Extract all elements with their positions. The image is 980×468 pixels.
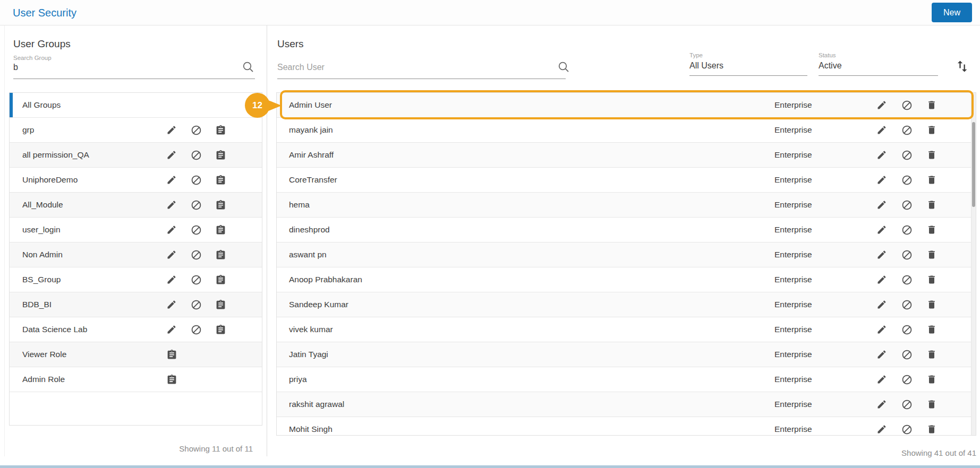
edit-user-button[interactable] — [876, 399, 887, 410]
block-group-button[interactable] — [191, 200, 201, 210]
user-row[interactable]: CoreTransfer Enterprise — [277, 168, 976, 193]
block-group-button[interactable] — [191, 125, 201, 135]
group-row[interactable]: All_Module — [10, 193, 262, 218]
user-row[interactable]: Sandeep Kumar Enterprise — [277, 292, 976, 317]
search-icon[interactable] — [557, 60, 570, 74]
delete-user-button[interactable] — [926, 249, 937, 260]
scrollbar-thumb[interactable] — [972, 122, 975, 207]
edit-group-button[interactable] — [166, 175, 177, 185]
search-icon[interactable] — [241, 60, 255, 74]
delete-user-button[interactable] — [926, 224, 937, 235]
block-user-button[interactable] — [901, 249, 912, 260]
edit-user-button[interactable] — [876, 274, 887, 285]
edit-group-button[interactable] — [166, 274, 177, 285]
group-row[interactable]: grp — [10, 118, 262, 143]
block-user-button[interactable] — [901, 125, 912, 135]
user-row[interactable]: Mohit Singh Enterprise — [277, 417, 976, 436]
user-row[interactable]: rakshit agrawal Enterprise — [277, 392, 976, 417]
delete-user-button[interactable] — [926, 274, 937, 285]
user-row[interactable]: mayank jain Enterprise — [277, 118, 976, 143]
block-user-button[interactable] — [901, 374, 912, 385]
user-row[interactable]: hema Enterprise — [277, 193, 976, 218]
group-row[interactable]: all permission_QA — [10, 143, 262, 168]
block-user-button[interactable] — [901, 224, 912, 235]
block-group-button[interactable] — [191, 324, 201, 335]
search-group-input[interactable] — [13, 63, 215, 72]
group-permissions-button[interactable] — [215, 224, 226, 235]
edit-group-button[interactable] — [166, 200, 177, 210]
edit-user-button[interactable] — [876, 200, 887, 210]
block-user-button[interactable] — [901, 349, 912, 360]
group-permissions-button[interactable] — [166, 374, 177, 385]
delete-user-button[interactable] — [926, 100, 937, 110]
edit-group-button[interactable] — [166, 125, 177, 135]
delete-user-button[interactable] — [926, 324, 937, 335]
edit-user-button[interactable] — [876, 324, 887, 335]
user-row[interactable]: aswant pn Enterprise — [277, 242, 976, 267]
edit-user-button[interactable] — [876, 150, 887, 160]
block-group-button[interactable] — [191, 150, 201, 160]
group-row[interactable]: Admin Role — [10, 367, 262, 392]
user-row[interactable]: vivek kumar Enterprise — [277, 317, 976, 342]
group-permissions-button[interactable] — [215, 175, 226, 185]
block-user-button[interactable] — [901, 399, 912, 410]
user-row[interactable]: dineshprod Enterprise — [277, 218, 976, 242]
block-user-button[interactable] — [901, 200, 912, 210]
group-permissions-button[interactable] — [215, 125, 226, 135]
sort-icon[interactable] — [954, 58, 970, 75]
delete-user-button[interactable] — [926, 299, 937, 310]
block-user-button[interactable] — [901, 175, 912, 185]
block-user-button[interactable] — [901, 299, 912, 310]
group-row[interactable]: BDB_BI — [10, 292, 262, 317]
search-user-input[interactable] — [277, 63, 506, 72]
type-filter-dropdown[interactable]: Type All Users — [689, 52, 807, 76]
edit-user-button[interactable] — [876, 249, 887, 260]
edit-user-button[interactable] — [876, 100, 887, 110]
group-row[interactable]: Data Science Lab — [10, 317, 262, 342]
edit-group-button[interactable] — [166, 249, 177, 260]
user-row[interactable]: Admin User Enterprise — [277, 93, 976, 118]
group-row[interactable]: BS_Group — [10, 267, 262, 292]
delete-user-button[interactable] — [926, 399, 937, 410]
group-row[interactable]: Viewer Role — [10, 342, 262, 367]
scrollbar-track[interactable] — [971, 93, 976, 435]
delete-user-button[interactable] — [926, 175, 937, 185]
status-filter-dropdown[interactable]: Status Active — [819, 52, 938, 76]
block-user-button[interactable] — [901, 150, 912, 160]
group-permissions-button[interactable] — [215, 249, 226, 260]
delete-user-button[interactable] — [926, 424, 937, 435]
delete-user-button[interactable] — [926, 349, 937, 360]
group-permissions-button[interactable] — [215, 200, 226, 210]
group-permissions-button[interactable] — [215, 150, 226, 160]
delete-user-button[interactable] — [926, 200, 937, 210]
edit-group-button[interactable] — [166, 224, 177, 235]
block-group-button[interactable] — [191, 274, 201, 285]
delete-user-button[interactable] — [926, 150, 937, 160]
block-group-button[interactable] — [191, 175, 201, 185]
block-group-button[interactable] — [191, 249, 201, 260]
user-row[interactable]: Jatin Tyagi Enterprise — [277, 342, 976, 367]
edit-user-button[interactable] — [876, 374, 887, 385]
group-permissions-button[interactable] — [215, 324, 226, 335]
delete-user-button[interactable] — [926, 125, 937, 135]
edit-group-button[interactable] — [166, 324, 177, 335]
block-group-button[interactable] — [191, 224, 201, 235]
group-row[interactable]: All Groups — [10, 93, 262, 118]
group-row[interactable]: Non Admin — [10, 242, 262, 267]
user-row[interactable]: Amir Ashraff Enterprise — [277, 143, 976, 168]
block-user-button[interactable] — [901, 274, 912, 285]
delete-user-button[interactable] — [926, 374, 937, 385]
edit-user-button[interactable] — [876, 125, 887, 135]
group-permissions-button[interactable] — [166, 349, 177, 360]
edit-user-button[interactable] — [876, 349, 887, 360]
block-group-button[interactable] — [191, 299, 201, 310]
block-user-button[interactable] — [901, 100, 912, 110]
group-permissions-button[interactable] — [215, 274, 226, 285]
group-row[interactable]: user_login — [10, 218, 262, 242]
edit-group-button[interactable] — [166, 299, 177, 310]
group-permissions-button[interactable] — [215, 299, 226, 310]
block-user-button[interactable] — [901, 324, 912, 335]
new-button[interactable]: New — [932, 3, 972, 22]
group-row[interactable]: UniphoreDemo — [10, 168, 262, 193]
edit-user-button[interactable] — [876, 224, 887, 235]
